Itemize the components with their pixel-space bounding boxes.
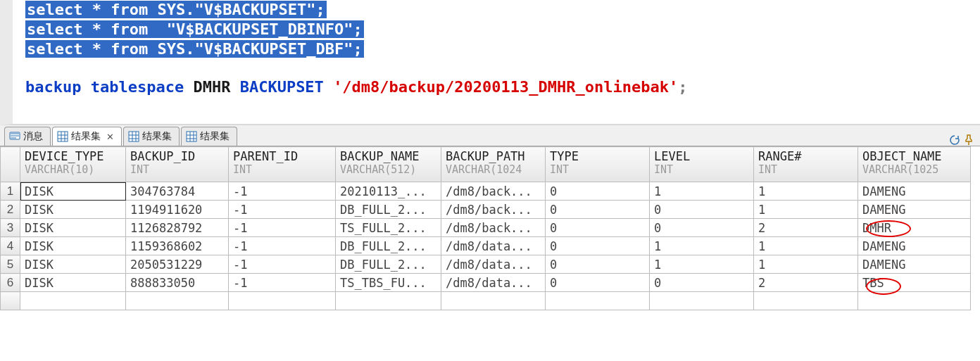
table-row-empty (1, 292, 971, 310)
results-grid[interactable]: DEVICE_TYPEVARCHAR(10) BACKUP_IDINT PARE… (0, 146, 980, 310)
table-row[interactable]: 2 DISK 1194911620 -1 DB_FULL_2... /dm8/b… (1, 201, 971, 219)
row-number[interactable]: 3 (1, 219, 20, 237)
cell[interactable]: DAMENG (858, 182, 971, 201)
row-number[interactable]: 1 (1, 182, 20, 201)
tab-resultset-1[interactable]: 结果集 ✕ (52, 127, 122, 146)
grid-icon (57, 131, 68, 142)
table-row[interactable]: 4 DISK 1159368602 -1 DB_FULL_2... /dm8/d… (1, 237, 971, 255)
cell[interactable]: 1 (754, 201, 858, 219)
code-line-4[interactable]: backup tablespace DMHR BACKUPSET '/dm8/b… (13, 77, 980, 97)
table-row[interactable]: 6 DISK 888833050 -1 TS_TBS_FU... /dm8/da… (1, 274, 971, 292)
tab-messages[interactable]: 消息 (4, 127, 51, 146)
tab-label: 结果集 (200, 130, 230, 143)
tab-resultset-2[interactable]: 结果集 (123, 127, 180, 146)
table-row[interactable]: 1 DISK 304763784 -1 20210113_... /dm8/ba… (1, 182, 971, 201)
cell[interactable]: 1194911620 (126, 201, 229, 219)
cell[interactable]: 1126828792 (126, 219, 229, 237)
col-header-range[interactable]: RANGE#INT (754, 147, 858, 182)
cell[interactable]: 1 (754, 237, 858, 255)
cell[interactable]: /dm8/data... (441, 274, 546, 292)
cell[interactable]: DB_FULL_2... (336, 201, 441, 219)
cell[interactable]: 1 (650, 182, 754, 201)
pin-icon[interactable] (963, 134, 974, 146)
cell[interactable]: DISK (20, 182, 126, 201)
code-line-1[interactable]: select * from SYS."V$BACKUPSET"; (25, 1, 327, 18)
table-row[interactable]: 5 DISK 2050531229 -1 DB_FULL_2... /dm8/d… (1, 255, 971, 274)
cell[interactable]: 2050531229 (126, 255, 229, 274)
cell[interactable]: 1 (650, 237, 754, 255)
cell[interactable]: 0 (546, 237, 650, 255)
cell[interactable]: 20210113_... (336, 182, 441, 201)
grid-icon (186, 131, 197, 142)
close-icon[interactable]: ✕ (106, 132, 114, 142)
cell[interactable]: DB_FULL_2... (336, 255, 441, 274)
cell[interactable]: DAMENG (858, 255, 971, 274)
cell[interactable]: DAMENG (858, 237, 971, 255)
cell[interactable]: 0 (546, 274, 650, 292)
cell[interactable]: DISK (20, 274, 126, 292)
table-row[interactable]: 3 DISK 1126828792 -1 TS_FULL_2... /dm8/b… (1, 219, 971, 237)
cell[interactable]: 2 (754, 219, 858, 237)
data-table[interactable]: DEVICE_TYPEVARCHAR(10) BACKUP_IDINT PARE… (0, 146, 971, 310)
col-header-backup-path[interactable]: BACKUP_PATHVARCHAR(1024 (441, 147, 546, 182)
cell[interactable]: TS_TBS_FU... (336, 274, 441, 292)
code-line-2[interactable]: select * from "V$BACKUPSET_DBINFO"; (25, 20, 364, 38)
cell[interactable]: /dm8/back... (441, 201, 546, 219)
cell[interactable]: /dm8/back... (441, 219, 546, 237)
col-header-parent-id[interactable]: PARENT_IDINT (229, 147, 336, 182)
grid-icon (128, 131, 139, 142)
cell[interactable]: DISK (20, 219, 126, 237)
cell[interactable]: 1 (754, 182, 858, 201)
cell[interactable]: 0 (546, 182, 650, 201)
sql-editor[interactable]: select * from SYS."V$BACKUPSET"; select … (0, 0, 980, 125)
tab-resultset-3[interactable]: 结果集 (181, 127, 237, 146)
col-header-level[interactable]: LEVELINT (650, 147, 754, 182)
cell[interactable]: -1 (229, 237, 336, 255)
cell[interactable]: 304763784 (126, 182, 229, 201)
col-header-backup-id[interactable]: BACKUP_IDINT (126, 147, 229, 182)
col-header-type[interactable]: TYPEINT (546, 147, 650, 182)
svg-rect-2 (129, 132, 139, 141)
refresh-icon[interactable] (949, 134, 960, 146)
cell[interactable]: -1 (229, 201, 336, 219)
cell[interactable]: 1159368602 (126, 237, 229, 255)
svg-rect-1 (58, 132, 68, 141)
cell[interactable]: DB_FULL_2... (336, 237, 441, 255)
cell[interactable]: -1 (229, 274, 336, 292)
cell[interactable]: 1 (650, 255, 754, 274)
row-number[interactable]: 6 (1, 274, 20, 292)
tab-label: 结果集 (71, 130, 101, 143)
col-header-backup-name[interactable]: BACKUP_NAMEVARCHAR(512) (336, 147, 441, 182)
svg-rect-3 (187, 132, 196, 141)
cell[interactable]: 2 (754, 274, 858, 292)
message-icon (9, 131, 20, 142)
cell[interactable]: 0 (650, 274, 754, 292)
cell[interactable]: 0 (546, 219, 650, 237)
cell[interactable]: /dm8/data... (441, 237, 546, 255)
cell[interactable]: DISK (20, 201, 126, 219)
cell[interactable]: TBS (858, 274, 971, 292)
cell[interactable]: 0 (650, 201, 754, 219)
results-tab-bar: 消息 结果集 ✕ 结果集 结果集 (0, 125, 980, 146)
code-line-3[interactable]: select * from SYS."V$BACKUPSET_DBF"; (25, 40, 364, 58)
cell[interactable]: DISK (20, 237, 126, 255)
row-number[interactable]: 2 (1, 201, 20, 219)
cell[interactable]: 1 (754, 255, 858, 274)
cell[interactable]: 888833050 (126, 274, 229, 292)
cell[interactable]: -1 (229, 219, 336, 237)
cell[interactable]: DISK (20, 255, 126, 274)
cell[interactable]: DMHR (858, 219, 971, 237)
row-number[interactable]: 5 (1, 255, 20, 274)
cell[interactable]: /dm8/data... (441, 255, 546, 274)
cell[interactable]: 0 (546, 255, 650, 274)
cell[interactable]: DAMENG (858, 201, 971, 219)
cell[interactable]: /dm8/back... (441, 182, 546, 201)
cell[interactable]: TS_FULL_2... (336, 219, 441, 237)
cell[interactable]: 0 (546, 201, 650, 219)
col-header-object-name[interactable]: OBJECT_NAMEVARCHAR(1025 (858, 147, 971, 182)
cell[interactable]: -1 (229, 255, 336, 274)
cell[interactable]: -1 (229, 182, 336, 201)
row-number[interactable]: 4 (1, 237, 20, 255)
col-header-device-type[interactable]: DEVICE_TYPEVARCHAR(10) (20, 147, 126, 182)
cell[interactable]: 0 (650, 219, 754, 237)
